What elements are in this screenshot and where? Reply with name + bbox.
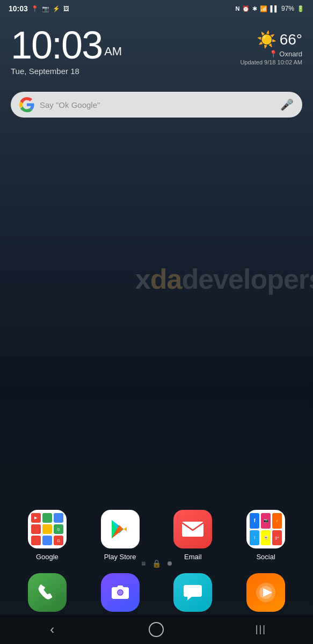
keep-mini-icon — [42, 524, 52, 534]
dock-item-camera[interactable] — [101, 573, 140, 612]
svg-rect-0 — [182, 522, 203, 537]
camera-svg-icon — [110, 582, 130, 603]
back-icon: ‹ — [50, 622, 54, 637]
status-left: 10:03 📍 📷 ⚡ 🖼 — [9, 4, 69, 13]
search-placeholder[interactable]: Say "Ok Google" — [40, 100, 275, 109]
app-item-social[interactable]: f 📷 r t 👻 g+ Social — [239, 510, 293, 561]
nav-dot-circle — [168, 561, 172, 566]
maps-mini-icon — [42, 513, 52, 523]
music-svg-icon — [255, 582, 276, 603]
gmail-mini-icon — [31, 524, 41, 534]
nav-dot-lock: 🔒 — [152, 559, 161, 568]
nfc-icon: N — [235, 5, 239, 12]
music-icon — [246, 573, 285, 612]
play-store-icon — [101, 510, 140, 548]
battery-text: 97% — [281, 5, 294, 12]
youtube-mini-icon — [31, 536, 41, 545]
email-icon — [173, 510, 212, 548]
clock-time: 10:03 — [11, 24, 102, 67]
weather-location: 📍 Oxnard — [240, 50, 302, 58]
google-g-icon — [19, 97, 34, 112]
twitter-mini-icon: t — [250, 530, 259, 546]
clock-ampm: AM — [104, 45, 122, 58]
drive-mini-icon — [54, 513, 63, 523]
nav-dot-menu: ≡ — [141, 559, 145, 568]
chrome-mini-icon: G — [54, 524, 63, 534]
weather-temp: 66° — [280, 31, 302, 48]
clock-display: 10:03AM — [11, 26, 122, 64]
clock-weather-area: 10:03AM Tue, September 18 ☀️ 66° 📍 Oxnar… — [0, 15, 313, 81]
home-button[interactable] — [140, 619, 172, 640]
recents-icon: ||| — [256, 624, 266, 635]
gallery-icon: 🖼 — [63, 5, 69, 12]
app-item-play-store[interactable]: Play Store — [93, 510, 147, 561]
reddit-mini-icon: r — [272, 513, 282, 529]
meet-mini-icon — [42, 536, 52, 545]
phone-svg-icon — [37, 582, 57, 603]
weather-sun-icon: ☀️ — [257, 30, 276, 49]
xda-watermark: xdadevelopers — [135, 263, 313, 295]
dock-item-messages[interactable] — [173, 573, 212, 612]
app-item-google[interactable]: ▶ G G Google — [20, 510, 74, 561]
bluetooth-icon: ✱ — [252, 5, 257, 12]
clock-date: Tue, September 18 — [11, 67, 122, 76]
app-item-email[interactable]: Email — [166, 510, 220, 561]
location-icon: 📍 — [31, 5, 39, 12]
alarm-icon: ⏰ — [242, 5, 250, 12]
instagram-mini-icon: 📷 — [261, 513, 271, 529]
messages-icon — [173, 573, 212, 612]
power-icon: ⚡ — [53, 5, 60, 12]
svg-point-2 — [118, 590, 122, 595]
dock — [0, 573, 313, 612]
play-store-logo — [108, 517, 132, 541]
weather-section: ☀️ 66° 📍 Oxnard Updated 9/18 10:02 AM — [240, 26, 302, 65]
camera-icon — [101, 573, 140, 612]
google-mini-icon: ▶ — [31, 513, 41, 523]
status-time: 10:03 — [9, 4, 28, 13]
weather-top: ☀️ 66° — [240, 30, 302, 49]
mic-icon[interactable]: 🎤 — [280, 98, 294, 111]
dock-item-phone[interactable] — [28, 573, 67, 612]
status-bar: 10:03 📍 📷 ⚡ 🖼 N ⏰ ✱ 📶 ▌▌ 97% 🔋 — [0, 0, 313, 15]
messages-svg-icon — [182, 582, 203, 603]
recents-button[interactable]: ||| — [245, 619, 277, 640]
home-icon — [149, 622, 164, 637]
weather-updated: Updated 9/18 10:02 AM — [240, 59, 302, 65]
email-envelope-icon — [181, 521, 205, 538]
clock-section: 10:03AM Tue, September 18 — [11, 26, 122, 76]
signal-icon: ▌▌ — [270, 5, 279, 12]
search-bar-container: Say "Ok Google" 🎤 — [0, 81, 313, 128]
dock-item-music[interactable] — [246, 573, 285, 612]
photos-mini-icon: G — [54, 536, 63, 545]
gplus-mini-icon: g+ — [272, 530, 282, 546]
app-grid: ▶ G G Google — [0, 510, 313, 561]
battery-icon: 🔋 — [297, 5, 304, 12]
nav-dots: ≡ 🔒 — [0, 559, 313, 568]
facebook-mini-icon: f — [250, 513, 259, 529]
bottom-nav: ‹ ||| — [0, 614, 313, 644]
status-right: N ⏰ ✱ 📶 ▌▌ 97% 🔋 — [235, 5, 304, 12]
location-pin-icon: 📍 — [269, 50, 278, 58]
search-bar[interactable]: Say "Ok Google" 🎤 — [11, 92, 302, 118]
snapchat-mini-icon: 👻 — [261, 530, 271, 546]
svg-rect-3 — [184, 585, 202, 597]
wifi-icon: 📶 — [260, 5, 267, 12]
google-folder-icon: ▶ G G — [28, 510, 67, 548]
phone-icon — [28, 573, 67, 612]
back-button[interactable]: ‹ — [36, 619, 68, 640]
instagram-icon: 📷 — [42, 5, 49, 12]
social-folder-icon: f 📷 r t 👻 g+ — [246, 510, 285, 548]
